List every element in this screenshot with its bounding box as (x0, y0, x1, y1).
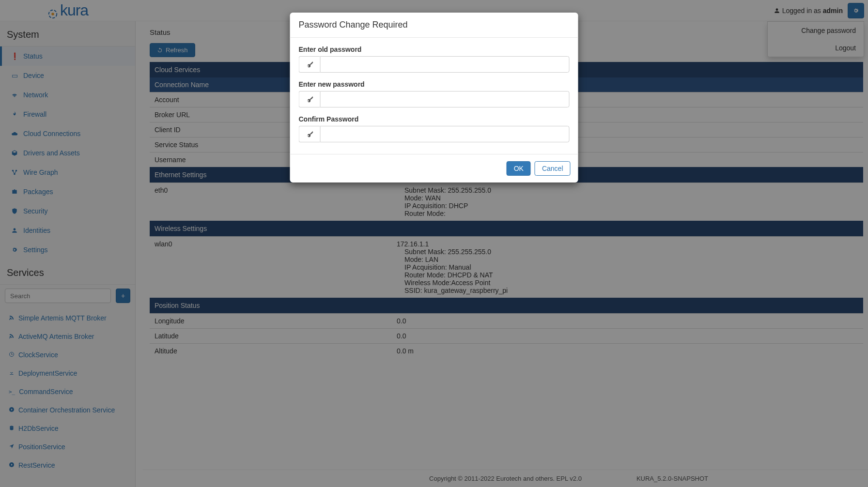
key-icon (299, 56, 320, 73)
new-password-label: Enter new password (299, 80, 570, 88)
key-icon (299, 126, 320, 142)
cancel-button[interactable]: Cancel (535, 161, 571, 176)
modal-title: Password Change Required (290, 13, 578, 38)
key-icon (299, 91, 320, 107)
password-change-modal: Password Change Required Enter old passw… (290, 13, 578, 183)
confirm-password-label: Confirm Password (299, 115, 570, 123)
ok-button[interactable]: OK (507, 161, 531, 176)
confirm-password-input[interactable] (320, 126, 570, 142)
old-password-label: Enter old password (299, 46, 570, 53)
old-password-input[interactable] (320, 56, 570, 73)
new-password-input[interactable] (320, 91, 570, 107)
